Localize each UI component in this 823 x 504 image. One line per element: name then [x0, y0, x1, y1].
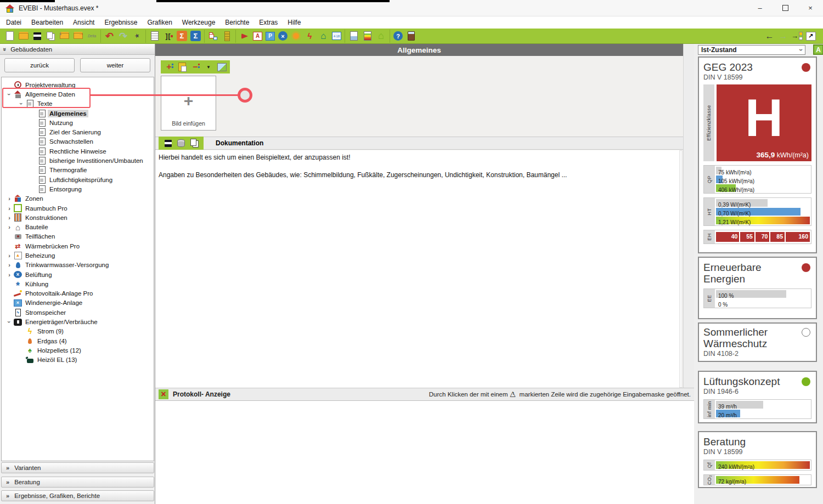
help-icon[interactable]: ?: [393, 31, 403, 41]
tree-item[interactable]: Wärmebrücken Pro: [2, 241, 154, 251]
diagram-icon[interactable]: [804, 30, 818, 42]
sidebar-panel-varianten[interactable]: »Varianten: [1, 462, 154, 473]
maximize-button[interactable]: [773, 0, 798, 16]
tree-item[interactable]: Kühlung: [2, 279, 154, 288]
tree-item[interactable]: Erdgas (4): [2, 336, 154, 346]
sun-icon[interactable]: [289, 30, 303, 42]
splitter[interactable]: [683, 44, 694, 401]
goto-icon[interactable]: [790, 30, 804, 42]
din-standard-icon[interactable]: 4·18: [332, 32, 341, 40]
tree-item[interactable]: Ziel der Sanierung: [2, 127, 154, 137]
collapsed-chevron-icon[interactable]: ›: [5, 214, 14, 221]
a-button[interactable]: A: [813, 44, 823, 55]
collapsed-chevron-icon[interactable]: ›: [5, 252, 14, 259]
house-graph-icon[interactable]: [374, 30, 388, 42]
marker-flag-icon[interactable]: [238, 30, 251, 42]
menu-item[interactable]: Berichte: [220, 18, 254, 27]
back-button[interactable]: zurück: [4, 58, 75, 72]
expanded-chevron-icon[interactable]: ›: [5, 319, 14, 325]
save-text-icon[interactable]: [161, 138, 174, 149]
energy-label-icon[interactable]: [360, 30, 374, 42]
tree-item[interactable]: Windenergie-Anlage: [2, 298, 154, 308]
forward-icon[interactable]: [776, 30, 790, 42]
tree-item[interactable]: Schwachstellen: [2, 137, 154, 146]
flowchart-icon[interactable]: [206, 30, 220, 42]
tree-item[interactable]: ›Konstruktionen: [2, 213, 154, 222]
dropdown-icon[interactable]: [202, 61, 215, 73]
tree-item[interactable]: Thermografie: [2, 166, 154, 175]
tree-item[interactable]: ›Beheizung: [2, 251, 154, 260]
menu-item[interactable]: Hilfe: [283, 18, 306, 27]
label-p-icon[interactable]: P: [266, 32, 275, 41]
label-a-icon[interactable]: A: [253, 32, 262, 41]
database-text-icon[interactable]: [174, 138, 188, 149]
save-file-icon[interactable]: [30, 30, 44, 42]
collapsed-chevron-icon[interactable]: ›: [5, 195, 14, 202]
tree-item[interactable]: Strom (9): [2, 327, 154, 336]
tree-item[interactable]: Allgemeines: [2, 109, 154, 118]
back-icon[interactable]: [763, 30, 776, 42]
wizard-icon[interactable]: [130, 30, 144, 42]
menu-item[interactable]: Ergebnisse: [99, 18, 142, 27]
scrollbar[interactable]: [679, 150, 683, 388]
remove-image-icon[interactable]: [189, 61, 202, 73]
exit-icon[interactable]: [404, 30, 418, 42]
documentation-text[interactable]: Hierbei handelt es sich um einen Beispie…: [155, 150, 679, 388]
collapsed-chevron-icon[interactable]: ›: [5, 271, 14, 278]
minimize-button[interactable]: –: [747, 0, 773, 16]
close-button[interactable]: ×: [798, 0, 823, 16]
menu-item[interactable]: Werkzeuge: [177, 18, 220, 27]
menu-item[interactable]: Extras: [254, 18, 283, 27]
menu-item[interactable]: Datei: [1, 18, 26, 27]
merge-values-icon[interactable]: ][: [161, 30, 175, 42]
copy-icon[interactable]: [44, 30, 58, 42]
tree-item[interactable]: Stromspeicher: [2, 308, 154, 317]
tree-item[interactable]: Photovoltaik-Anlage Pro: [2, 289, 154, 298]
tree-item[interactable]: Rechtliche Hinweise: [2, 146, 154, 156]
state-selector[interactable]: Ist-Zustand ›: [698, 45, 805, 55]
tree-item[interactable]: Heizöl EL (13): [2, 355, 154, 365]
tree-item[interactable]: bisherige Investitionen/Umbauten: [2, 156, 154, 165]
sidebar-panel-ergebnisse-grafiken-berichte[interactable]: »Ergebnisse, Grafiken, Berichte: [1, 490, 154, 501]
undo-icon[interactable]: [103, 30, 116, 42]
next-button[interactable]: weiter: [80, 58, 150, 72]
tree-item[interactable]: ›Energieträger/Verbräuche: [2, 317, 154, 326]
tree-item[interactable]: ›Raumbuch Pro: [2, 203, 154, 213]
collapsed-chevron-icon[interactable]: ›: [5, 205, 14, 212]
tree-item[interactable]: ›Trinkwarmwasser-Versorgung: [2, 261, 154, 270]
tree-item[interactable]: Entsorgung: [2, 184, 154, 194]
tree-item[interactable]: Teilflächen: [2, 232, 154, 241]
tree-item[interactable]: ›Bauteile: [2, 222, 154, 231]
export-image-icon[interactable]: [215, 61, 228, 73]
ventilation-icon[interactable]: ×: [278, 31, 288, 41]
materials-icon[interactable]: [220, 30, 234, 42]
sidebar-header[interactable]: » Gebäudedaten: [0, 44, 155, 55]
menu-item[interactable]: Grafiken: [142, 18, 177, 27]
sidebar-panel-beratung[interactable]: »Beratung: [1, 477, 154, 488]
copy-text-icon[interactable]: [188, 138, 201, 149]
protokoll-close-icon[interactable]: [159, 389, 168, 399]
sum-blue-icon[interactable]: Σ: [190, 31, 201, 41]
menu-item[interactable]: Ansicht: [68, 18, 99, 27]
image-placeholder[interactable]: + Bild einfügen: [161, 76, 216, 131]
redo-icon[interactable]: [116, 30, 130, 42]
import-icon[interactable]: [58, 30, 71, 42]
report-icon[interactable]: [347, 30, 360, 42]
sum-orange-icon[interactable]: Σ: [177, 31, 187, 41]
delta-icon[interactable]: Delta: [85, 30, 99, 42]
house-consult-icon[interactable]: [317, 30, 330, 42]
menu-item[interactable]: Bearbeiten: [26, 18, 68, 27]
electricity-icon[interactable]: [303, 30, 317, 42]
tree-item[interactable]: Holzpellets (12): [2, 346, 154, 355]
document-icon[interactable]: [148, 30, 161, 42]
add-image-icon[interactable]: [162, 61, 176, 73]
tree-item[interactable]: Luftdichtigkeitsprüfung: [2, 175, 154, 184]
tree-item[interactable]: ›Zonen: [2, 194, 154, 203]
collapsed-chevron-icon[interactable]: ›: [5, 262, 14, 268]
tree-item[interactable]: ›Belüftung: [2, 270, 154, 279]
tree-item[interactable]: Nutzung: [2, 118, 154, 127]
paste-image-icon[interactable]: [176, 61, 189, 73]
new-file-icon[interactable]: [3, 30, 16, 42]
export-icon[interactable]: [71, 30, 85, 42]
open-file-icon[interactable]: [16, 30, 30, 42]
